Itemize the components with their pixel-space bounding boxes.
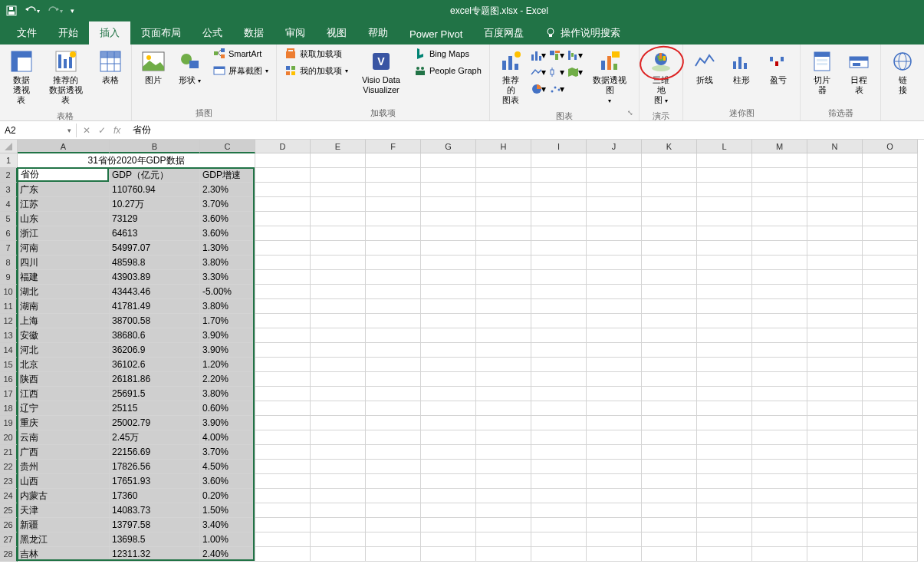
cell[interactable] xyxy=(421,532,476,547)
cell[interactable] xyxy=(697,518,752,532)
3d-map-button[interactable]: 三维地 图 ▾ xyxy=(644,46,678,109)
cell[interactable] xyxy=(807,489,863,503)
cell[interactable] xyxy=(752,256,807,270)
cell[interactable] xyxy=(642,256,697,270)
cell[interactable] xyxy=(587,299,642,314)
row-header[interactable]: 25 xyxy=(0,503,18,518)
cell[interactable] xyxy=(863,518,918,532)
cell[interactable] xyxy=(366,489,421,503)
cell[interactable] xyxy=(807,241,863,256)
cell[interactable] xyxy=(531,416,587,430)
cell[interactable] xyxy=(587,328,642,343)
cell[interactable] xyxy=(421,518,476,532)
cell[interactable] xyxy=(587,241,642,256)
cell[interactable] xyxy=(476,314,531,328)
cell[interactable]: 31省份2020年GDP数据 xyxy=(18,153,255,168)
cell[interactable] xyxy=(697,241,752,256)
cell[interactable] xyxy=(752,183,807,197)
cell[interactable] xyxy=(255,328,311,343)
cell[interactable] xyxy=(587,343,642,358)
cell[interactable] xyxy=(366,343,421,358)
cell[interactable] xyxy=(807,226,863,241)
cell[interactable] xyxy=(752,460,807,474)
row-header[interactable]: 9 xyxy=(0,270,18,285)
cell[interactable] xyxy=(531,547,587,562)
cell[interactable] xyxy=(863,387,918,401)
cell[interactable] xyxy=(421,299,476,314)
cell[interactable] xyxy=(311,343,366,358)
cell[interactable]: 河北 xyxy=(18,343,110,358)
cell[interactable]: 43903.89 xyxy=(110,270,200,285)
cell[interactable] xyxy=(642,299,697,314)
cell[interactable] xyxy=(697,168,752,183)
statistic-chart-icon[interactable]: ▾ xyxy=(549,66,564,78)
cell[interactable] xyxy=(587,460,642,474)
cell[interactable] xyxy=(476,401,531,416)
cell[interactable] xyxy=(531,328,587,343)
pie-chart-icon[interactable]: ▾ xyxy=(531,83,546,95)
cell[interactable] xyxy=(421,153,476,168)
cell[interactable]: 3.80% xyxy=(200,256,255,270)
map-chart-icon[interactable]: ▾ xyxy=(567,66,583,78)
cell[interactable] xyxy=(863,547,918,562)
cell[interactable] xyxy=(476,532,531,547)
cell[interactable]: 13698.5 xyxy=(110,532,200,547)
row-header[interactable]: 1 xyxy=(0,153,18,168)
cell[interactable] xyxy=(255,445,311,460)
tab-help[interactable]: 帮助 xyxy=(357,21,399,45)
cell[interactable] xyxy=(807,328,863,343)
cell[interactable] xyxy=(421,197,476,212)
cell[interactable] xyxy=(476,270,531,285)
row-header[interactable]: 11 xyxy=(0,299,18,314)
cell[interactable]: 3.70% xyxy=(200,445,255,460)
cell[interactable] xyxy=(752,212,807,226)
cell[interactable] xyxy=(642,445,697,460)
cell[interactable]: 38700.58 xyxy=(110,314,200,328)
cell[interactable] xyxy=(863,183,918,197)
cell[interactable] xyxy=(366,532,421,547)
cell[interactable] xyxy=(642,168,697,183)
cell[interactable] xyxy=(421,489,476,503)
cell[interactable]: 38680.6 xyxy=(110,328,200,343)
cell[interactable]: 3.30% xyxy=(200,270,255,285)
cell[interactable]: 上海 xyxy=(18,314,110,328)
cell[interactable] xyxy=(863,416,918,430)
cell[interactable] xyxy=(531,183,587,197)
cell[interactable] xyxy=(587,430,642,445)
cell[interactable] xyxy=(311,489,366,503)
cell[interactable] xyxy=(366,474,421,489)
cell[interactable] xyxy=(366,197,421,212)
cell[interactable] xyxy=(476,518,531,532)
cell[interactable]: 河南 xyxy=(18,241,110,256)
tell-me[interactable]: 操作说明搜索 xyxy=(534,21,631,45)
cell[interactable] xyxy=(587,518,642,532)
cell[interactable] xyxy=(642,153,697,168)
cell[interactable]: 广西 xyxy=(18,445,110,460)
undo-icon[interactable]: ▾ xyxy=(25,6,40,15)
cell[interactable]: 2.30% xyxy=(200,183,255,197)
recommended-pivot-button[interactable]: 推荐的 数据透视表 xyxy=(41,46,91,109)
row-header[interactable]: 16 xyxy=(0,372,18,387)
cell[interactable] xyxy=(642,489,697,503)
cell[interactable] xyxy=(752,153,807,168)
cell[interactable] xyxy=(642,401,697,416)
cell[interactable] xyxy=(807,430,863,445)
row-header[interactable]: 2 xyxy=(0,168,18,183)
cell[interactable]: 2.20% xyxy=(200,372,255,387)
cell[interactable] xyxy=(587,474,642,489)
pivotchart-button[interactable]: 数据透视图▾ xyxy=(586,46,634,109)
formula-input[interactable]: 省份 xyxy=(127,122,924,138)
row-header[interactable]: 26 xyxy=(0,518,18,532)
cell[interactable] xyxy=(255,314,311,328)
cell[interactable]: 1.00% xyxy=(200,532,255,547)
sparkline-line-button[interactable]: 折线 xyxy=(688,46,722,88)
cell[interactable]: 黑龙江 xyxy=(18,532,110,547)
cell[interactable] xyxy=(642,328,697,343)
row-header[interactable]: 6 xyxy=(0,226,18,241)
cell[interactable] xyxy=(807,416,863,430)
cell[interactable] xyxy=(476,358,531,372)
cell[interactable] xyxy=(587,212,642,226)
cell[interactable] xyxy=(752,387,807,401)
cell[interactable] xyxy=(366,168,421,183)
column-header[interactable]: F xyxy=(366,140,421,153)
